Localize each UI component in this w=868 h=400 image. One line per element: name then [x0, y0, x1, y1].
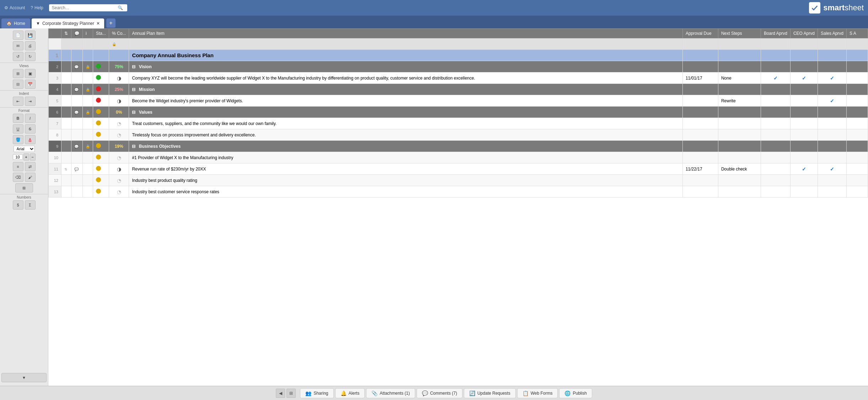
sales-cell — [818, 84, 846, 95]
table-row[interactable]: 11 ⇅ 💬 ◑ Revenue run rate of $230m/yr by… — [49, 163, 868, 175]
font-color-button[interactable]: A — [25, 135, 36, 144]
main-cell[interactable]: Become the Widget industry's premier pro… — [129, 95, 683, 107]
align-left-button[interactable]: ≡ — [13, 162, 23, 171]
pie-empty-icon: ◔ — [117, 155, 121, 161]
lock-icon: 🔒 — [112, 42, 116, 46]
table-row[interactable]: 3 ◑ Company XYZ will become the leading … — [49, 72, 868, 84]
italic-button[interactable]: I — [25, 114, 36, 123]
approval-cell — [682, 107, 718, 118]
account-menu[interactable]: ⚙ Account — [4, 5, 25, 10]
outdent-button[interactable]: ⇤ — [13, 97, 23, 106]
grid-view-button[interactable]: ⊞ — [13, 69, 23, 78]
search-bar[interactable]: 🔍 — [49, 4, 127, 11]
tab-close-icon[interactable]: ✕ — [96, 21, 100, 26]
redo-button[interactable]: ↻ — [25, 52, 36, 61]
grid-container: ⇅ 💬 i Sta... % Co... Annual Plan Item Ap… — [48, 28, 868, 386]
bold-button[interactable]: B — [13, 114, 23, 123]
help-menu[interactable]: ? Help — [31, 5, 43, 10]
wrap-text-button[interactable]: ⇄ — [25, 162, 36, 171]
main-cell[interactable]: ⊟ Mission — [129, 84, 683, 95]
main-cell[interactable]: ⊟ Business Objectives — [129, 141, 683, 152]
lock-icon: 🔒 — [86, 110, 90, 114]
font-size-input[interactable] — [13, 154, 23, 160]
expand-sidebar-button[interactable]: ▼ — [1, 373, 47, 382]
nav-fit-button[interactable]: ⊞ — [286, 389, 296, 398]
new-button[interactable]: 📄 — [13, 31, 23, 40]
ceo-cell — [790, 141, 818, 152]
pie-empty-icon: ◔ — [117, 121, 121, 126]
table-row[interactable]: 5 ◑ Become the Widget industry's premier… — [49, 95, 868, 107]
sa-cell — [847, 118, 868, 129]
pct-cell: 75% — [109, 61, 129, 72]
lock-icon: 🔒 — [86, 65, 90, 69]
pct-cell: ◑ — [109, 95, 129, 107]
web-forms-button[interactable]: 📋 Web Forms — [517, 388, 558, 398]
tab-home[interactable]: 🏠 Home — [1, 18, 30, 28]
fill-color-button[interactable]: 🪣 — [13, 135, 23, 144]
col-nextsteps-header: Next Steps — [718, 29, 761, 38]
ceo-cell — [790, 107, 818, 118]
card-view-button[interactable]: ▣ — [25, 69, 36, 78]
sa-cell — [847, 107, 868, 118]
main-cell[interactable]: Company Annual Business Plan — [129, 50, 683, 61]
tab-sheet[interactable]: ▼ Corporate Strategy Planner ✕ — [32, 18, 104, 28]
sa-cell — [847, 50, 868, 61]
sheet-tab-label: Corporate Strategy Planner — [42, 21, 94, 26]
row-number: 10 — [49, 152, 61, 163]
grid-icon: ⊞ — [16, 71, 20, 76]
row-number: 3 — [49, 72, 61, 84]
pct-cell: ◔ — [109, 129, 129, 141]
table-row[interactable]: 🔒 — [49, 38, 868, 50]
comments-button[interactable]: 💬 Comments (7) — [417, 388, 462, 398]
main-cell[interactable]: ⊟ Vision — [129, 61, 683, 72]
main-cell[interactable]: ⊟ Values — [129, 107, 683, 118]
main-cell[interactable]: Tirelessly focus on process improvement … — [129, 129, 683, 141]
currency-button[interactable]: $ — [13, 200, 23, 210]
col-ceo-header: CEO Aprvd — [790, 29, 818, 38]
main-cell[interactable]: Treat customers, suppliers, and the comm… — [129, 118, 683, 129]
table-row[interactable]: 8 ◔ Tirelessly focus on process improvem… — [49, 129, 868, 141]
table-row[interactable]: 7 ◔ Treat customers, suppliers, and the … — [49, 118, 868, 129]
table-row[interactable]: 10 ◔ #1 Provider of Widget X to the Manu… — [49, 152, 868, 163]
format-painter-button[interactable]: 🖌 — [25, 173, 36, 182]
main-cell[interactable]: #1 Provider of Widget X to the Manufactu… — [129, 152, 683, 163]
sales-cell — [818, 50, 846, 61]
strikethrough-button[interactable]: S — [25, 124, 36, 134]
clear-format-button[interactable]: ⌫ — [13, 173, 23, 182]
table-row[interactable]: 2 💬 🔒 75% ⊟ Vision — [49, 61, 868, 72]
main-cell[interactable]: Industry best product quality rating — [129, 175, 683, 186]
table-row[interactable]: 1 Company Annual Business Plan — [49, 50, 868, 61]
ceo-cell — [790, 118, 818, 129]
sharing-button[interactable]: 👥 Sharing — [300, 388, 333, 398]
main-cell[interactable]: Company XYZ will become the leading worl… — [129, 72, 683, 84]
underline-button[interactable]: U — [13, 124, 23, 134]
font-size-decrease[interactable]: − — [30, 153, 36, 161]
attachments-button[interactable]: 📎 Attachments (1) — [366, 388, 415, 398]
alerts-button[interactable]: 🔔 Alerts — [335, 388, 365, 398]
add-tab-button[interactable]: + — [106, 18, 116, 28]
font-size-increase[interactable]: + — [23, 153, 29, 161]
indent-button[interactable]: ⇥ — [25, 97, 36, 106]
search-icon[interactable]: 🔍 — [118, 5, 123, 10]
table-row[interactable]: 9 💬 🔒 19% ⊟ Business Objectives — [49, 141, 868, 152]
publish-button[interactable]: 🌐 Publish — [559, 388, 592, 398]
main-cell[interactable]: Revenue run rate of $230m/yr by 20XX — [129, 163, 683, 175]
table-row[interactable]: 13 ◔ Industry best customer service resp… — [49, 186, 868, 198]
table-row[interactable]: 12 ◔ Industry best product quality ratin… — [49, 175, 868, 186]
main-cell[interactable]: Industry best customer service response … — [129, 186, 683, 198]
calendar-view-button[interactable]: 📅 — [25, 80, 36, 89]
update-requests-button[interactable]: 🔄 Update Requests — [464, 388, 516, 398]
undo-button[interactable]: ↺ — [13, 52, 23, 61]
table-row[interactable]: 6 💬 🔒 0% ⊟ Values — [49, 107, 868, 118]
print-button[interactable]: 🖨 — [25, 41, 36, 50]
gantt-view-button[interactable]: ⊟ — [13, 80, 23, 89]
conditional-format-button[interactable]: ⊞ — [15, 183, 33, 193]
nav-prev-button[interactable]: ◀ — [276, 389, 285, 398]
formula-button[interactable]: Σ — [25, 200, 36, 210]
email-button[interactable]: ✉ — [13, 41, 23, 50]
search-input[interactable] — [52, 5, 118, 10]
font-selector[interactable]: Arial — [14, 146, 35, 152]
save-button[interactable]: 💾 — [25, 31, 36, 40]
table-row[interactable]: 4 💬 🔒 25% ⊟ Mission — [49, 84, 868, 95]
comment-cell — [71, 129, 83, 141]
